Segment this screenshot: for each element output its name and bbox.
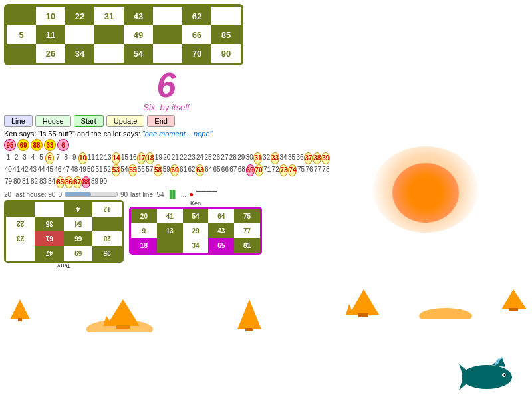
- start-button[interactable]: Start: [74, 115, 104, 127]
- svg-marker-15: [459, 364, 469, 374]
- g48: 48: [70, 164, 78, 176]
- g20: 20: [163, 152, 171, 164]
- tc3: 47: [35, 246, 65, 261]
- g90: 90: [99, 176, 108, 188]
- house-button[interactable]: House: [35, 115, 71, 127]
- g70: 70: [255, 164, 263, 176]
- g47: 47: [62, 164, 70, 176]
- sun: [392, 163, 459, 223]
- g65: 65: [213, 164, 221, 176]
- g25: 25: [204, 152, 212, 164]
- card-cell: 22: [65, 7, 94, 25]
- progress-bar: [65, 192, 118, 197]
- g41: 41: [12, 164, 20, 176]
- card-cell: 90: [211, 44, 241, 63]
- water-hills-2: [419, 303, 472, 319]
- tc2: 69: [64, 246, 93, 261]
- current-number-display: 6 Six, by itself: [4, 68, 329, 112]
- g46: 46: [54, 164, 62, 176]
- card-cell: 49: [124, 25, 153, 44]
- g58: 58: [154, 164, 162, 176]
- g77: 77: [313, 164, 321, 176]
- g4: 4: [29, 152, 37, 164]
- g9: 9: [70, 152, 78, 164]
- card-cell: 26: [36, 44, 65, 63]
- svg-marker-2: [106, 299, 140, 326]
- control-buttons: Line House Start Update End: [4, 115, 329, 127]
- tc9: [93, 217, 122, 231]
- g55: 55: [128, 164, 137, 176]
- water-hills: [86, 313, 153, 332]
- twenty-label: 20: [4, 191, 11, 198]
- kc2: 41: [157, 209, 183, 223]
- g26: 26: [212, 152, 220, 164]
- chart-icon: ▐▌: [167, 190, 178, 199]
- card-cell: [65, 25, 94, 44]
- g79: 79: [4, 176, 13, 188]
- game-area: 10 22 31 43 62 5 11 49 66 85 26: [0, 0, 332, 273]
- kc9: 43: [208, 223, 234, 238]
- tc12: 22: [6, 217, 35, 231]
- g75: 75: [297, 164, 305, 176]
- g32: 32: [262, 152, 270, 164]
- whale-icon: [459, 354, 515, 394]
- tc5: 28: [93, 231, 122, 246]
- g3: 3: [21, 152, 29, 164]
- ken-says-text: Ken says: "is 55 out?" and the caller sa…: [4, 130, 140, 138]
- svg-marker-17: [492, 357, 505, 367]
- g61: 61: [179, 164, 187, 176]
- called-num-95: 95: [4, 139, 16, 151]
- svg-rect-1: [18, 318, 22, 321]
- g60: 60: [170, 164, 179, 176]
- g33: 33: [271, 152, 279, 164]
- g72: 72: [271, 164, 279, 176]
- tc8: 23: [6, 231, 35, 246]
- svg-point-12: [86, 319, 153, 332]
- tc13: 12: [93, 202, 122, 217]
- update-button[interactable]: Update: [106, 115, 144, 127]
- g50: 50: [86, 164, 94, 176]
- card-cell: 11: [36, 25, 65, 44]
- kc1: 20: [131, 209, 157, 223]
- number-grid: 1 2 3 4 5 6 7 8 9 10 11 12 13 14 15 16 1…: [4, 152, 330, 188]
- g44: 44: [37, 164, 45, 176]
- g5: 5: [37, 152, 45, 164]
- svg-rect-3: [116, 325, 130, 329]
- called-num-88: 88: [31, 139, 43, 151]
- card-cell: 62: [182, 7, 211, 25]
- circle-indicator: ●: [189, 190, 194, 199]
- ken-card: 20 41 54 64 75 9 13 29 43 77 18: [129, 207, 262, 255]
- line-button[interactable]: Line: [4, 115, 33, 127]
- g81: 81: [21, 176, 30, 188]
- boat-5: [499, 289, 529, 313]
- end-button[interactable]: End: [147, 115, 175, 127]
- big-number-value: 6: [4, 68, 329, 102]
- g88: 88: [82, 176, 90, 188]
- svg-marker-5: [237, 299, 261, 329]
- g31: 31: [253, 152, 262, 164]
- last-line-label: last line: 54: [130, 191, 164, 198]
- svg-rect-6: [245, 328, 253, 331]
- progress-area: 20 last house: 90 0 90 last line: 54 ▐▌ …: [4, 190, 329, 199]
- g1: 1: [4, 152, 12, 164]
- g18: 18: [146, 152, 154, 164]
- svg-marker-0: [10, 299, 30, 319]
- g71: 71: [263, 164, 271, 176]
- tc4: [6, 246, 35, 261]
- card-cell: 66: [182, 25, 211, 44]
- g45: 45: [45, 164, 53, 176]
- sun-glow: [372, 146, 479, 233]
- kc3: 54: [183, 209, 209, 223]
- g37: 37: [304, 152, 313, 164]
- svg-point-14: [462, 365, 512, 389]
- bottom-cards-area: 95 69 47 28 66 61 23 54 35: [4, 200, 329, 269]
- big-number-label: Six, by itself: [4, 102, 329, 112]
- g22: 22: [180, 152, 188, 164]
- svg-point-19: [504, 374, 506, 376]
- g43: 43: [29, 164, 37, 176]
- dots-label: ...: [181, 191, 186, 198]
- terry-small-wrapper: 95 69 47 28 66 61 23 54 35: [4, 200, 124, 269]
- svg-marker-7: [349, 289, 379, 315]
- called-num-6: 6: [57, 139, 69, 151]
- g85: 85: [56, 176, 65, 188]
